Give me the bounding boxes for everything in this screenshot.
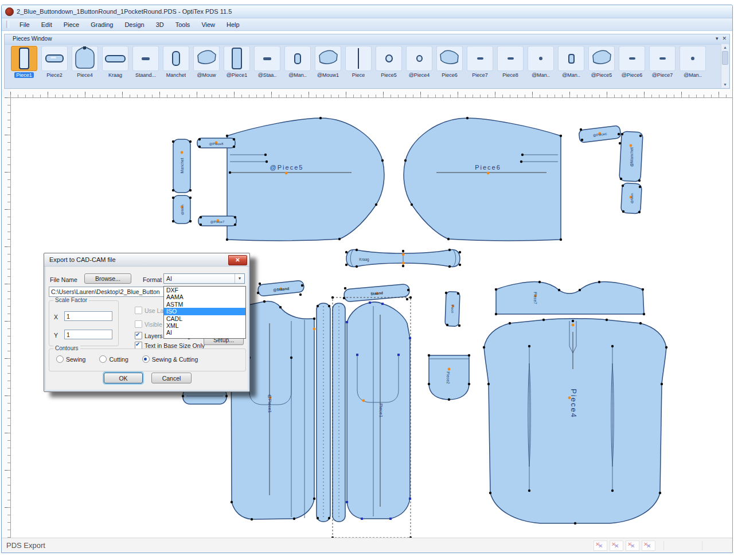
checkbox-icon[interactable] — [135, 307, 142, 314]
checkbox-label: Text in Base Size Only — [145, 342, 205, 349]
piece-label: @Piece8 — [209, 142, 224, 146]
piece-thumbnail-piece6[interactable]: Piece6 — [436, 46, 463, 88]
menu-item-help[interactable]: Help — [221, 20, 245, 29]
piece-thumbnail-piece5[interactable]: @Piece5 — [588, 46, 615, 88]
piece-thumbnail-piece7[interactable]: Piece7 — [466, 46, 494, 88]
menu-item-design[interactable]: Design — [119, 20, 150, 29]
piece-thumbnail-manchet[interactable]: Manchet — [162, 46, 190, 88]
piece-thumbnail-mouw[interactable]: @Mouw — [193, 46, 220, 88]
piece-thumbnail-man[interactable]: @Man.. — [284, 46, 311, 88]
ok-button[interactable]: OK — [104, 373, 143, 383]
piece-right-sleeve[interactable] — [404, 118, 561, 241]
dialog-close-button[interactable]: ✕ — [228, 255, 247, 265]
piece-thumbnail-label: @Man.. — [684, 72, 702, 78]
piece-thumbnail-label: @Piece5 — [591, 72, 612, 78]
piece-shape-icon — [284, 46, 311, 71]
piece-thumbnails: Piece1Piece2Piece4KraagStaand...Manchet@… — [6, 45, 720, 88]
piece-label: @Piece5 — [270, 164, 304, 171]
piece-thumbnail-kraag[interactable]: Kraag — [101, 46, 129, 88]
cancel-button[interactable]: Cancel — [151, 373, 192, 383]
piece-shape-icon — [467, 46, 493, 71]
piece-shape-icon — [11, 46, 37, 71]
format-option-astm[interactable]: ASTM — [164, 301, 245, 308]
piece-thumbnail-label: @Piece7 — [652, 72, 673, 78]
scale-x-input[interactable]: 1 — [64, 311, 112, 321]
radio-sewing---cutting[interactable]: Sewing & Cutting — [142, 355, 198, 363]
browse-button[interactable]: Browse... — [84, 273, 131, 284]
piece-thumbnail-mouw1[interactable]: @Mouw1 — [314, 46, 342, 88]
checkbox-icon[interactable] — [135, 320, 142, 328]
panel-close-icon[interactable]: ✕ — [722, 35, 727, 42]
format-option-ai[interactable]: AI — [164, 329, 245, 336]
piece-shape-icon — [619, 46, 645, 71]
piece-thumbnail-man[interactable]: @Man.. — [679, 46, 706, 88]
menu-item-grading[interactable]: Grading — [85, 20, 119, 29]
piece-thumbnail-piece6[interactable]: @Piece6 — [618, 46, 646, 88]
format-option-dxf[interactable]: DXF — [164, 287, 245, 293]
radio-icon[interactable] — [99, 355, 107, 363]
menu-grip — [6, 21, 9, 28]
piece-thumbnail-piece[interactable]: Piece — [345, 46, 372, 88]
piece-thumbnail-man[interactable]: @Man.. — [557, 46, 585, 88]
format-option-xml[interactable]: XML — [164, 322, 245, 329]
plot-marker-icon[interactable]: ✕✕ — [626, 541, 639, 551]
menu-item-view[interactable]: View — [196, 20, 221, 29]
piece-thumbnail-piece1[interactable]: @Piece1 — [223, 46, 251, 88]
piece-thumbnail-piece1[interactable]: Piece1 — [10, 46, 38, 88]
piece-thumbnail-staa[interactable]: @Staa.. — [253, 46, 281, 88]
piece-front-right[interactable] — [347, 302, 410, 519]
menu-item-tools[interactable]: Tools — [170, 20, 196, 29]
pieces-window-header[interactable]: Pieces Window ▾ ✕ — [5, 34, 729, 45]
piece-back[interactable] — [484, 319, 666, 523]
panel-pin-icon[interactable]: ▾ — [716, 35, 719, 42]
format-option-cadl[interactable]: CADL — [164, 315, 245, 322]
piece-thumbnail-staand[interactable]: Staand... — [132, 46, 159, 88]
format-option-aama[interactable]: AAMA — [164, 293, 245, 300]
application-window: 2_Blue_Buttondown_1ButtonRound_1PocketRo… — [1, 5, 733, 553]
menu-item-edit[interactable]: Edit — [36, 20, 58, 29]
piece-thumbnail-piece7[interactable]: @Piece7 — [649, 46, 676, 88]
checkbox-icon[interactable] — [135, 332, 142, 339]
radio-icon[interactable] — [142, 355, 150, 363]
scale-factor-title: Scale Factor — [53, 297, 89, 303]
scroll-up-icon[interactable]: ▲ — [721, 44, 729, 50]
format-combobox[interactable]: AI ▼ — [163, 273, 245, 284]
menu-item-3d[interactable]: 3D — [150, 20, 170, 29]
pieces-scrollbar[interactable]: ▲ ▼ — [721, 44, 729, 88]
scroll-down-icon[interactable]: ▼ — [721, 81, 729, 88]
piece-thumbnail-label: @Mouw1 — [317, 72, 339, 78]
contours-title: Contours — [53, 345, 80, 351]
dialog-title-bar[interactable]: Export to CAD-CAM file — [44, 253, 249, 267]
menu-item-file[interactable]: File — [14, 20, 36, 29]
chevron-down-icon[interactable]: ▼ — [235, 274, 244, 283]
file-path-value: C:\Users\Lauren\Desktop\2_Blue_Button — [51, 288, 160, 295]
piece-thumbnail-piece2[interactable]: Piece2 — [41, 46, 68, 88]
format-dropdown-list: DXFAAMAASTMISOCADLXMLAI — [163, 286, 246, 339]
piece-thumbnail-man[interactable]: @Man.. — [527, 46, 555, 88]
piece-shape-icon — [224, 46, 250, 71]
piece-shape-icon — [649, 46, 676, 71]
piece-shape-icon — [528, 46, 554, 71]
radio-sewing[interactable]: Sewing — [56, 355, 85, 363]
piece-label: @Manchet — [630, 147, 634, 167]
piece-thumbnail-label: Piece4 — [77, 72, 93, 78]
plot-marker-icon[interactable]: ✕✕ — [642, 541, 655, 551]
piece-thumbnail-piece4[interactable]: Piece4 — [71, 46, 99, 88]
radio-cutting[interactable]: Cutting — [99, 355, 128, 363]
format-option-iso[interactable]: ISO — [164, 308, 245, 315]
piece-shape-icon — [345, 46, 372, 71]
radio-label: Sewing & Cutting — [152, 356, 198, 363]
piece-thumbnail-piece8[interactable]: Piece8 — [497, 46, 524, 88]
menu-item-piece[interactable]: Piece — [58, 20, 85, 29]
piece-yoke[interactable] — [496, 282, 644, 314]
plot-marker-icon[interactable]: ✕✕ — [594, 541, 607, 551]
scale-y-input[interactable]: 1 — [64, 330, 112, 339]
plot-marker-icon[interactable]: ✕✕ — [610, 541, 623, 551]
piece-shape-icon — [163, 46, 189, 71]
status-panel — [663, 541, 702, 550]
piece-left-sleeve[interactable] — [227, 118, 384, 241]
scrollbar-thumb[interactable] — [722, 51, 728, 65]
piece-thumbnail-piece4[interactable]: @Piece4 — [405, 46, 433, 88]
radio-icon[interactable] — [56, 355, 64, 363]
piece-thumbnail-piece5[interactable]: Piece5 — [375, 46, 403, 88]
